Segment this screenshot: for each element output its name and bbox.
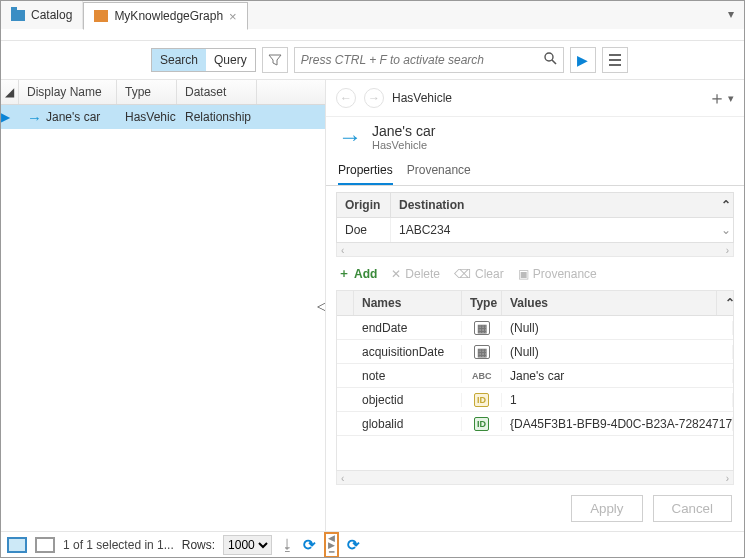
property-row[interactable]: globalidID{DA45F3B1-BFB9-4D0C-B23A-72824… <box>337 412 733 436</box>
property-value: (Null) <box>502 345 733 359</box>
property-toolbar: ＋Add ✕ Delete ⌫ Clear ▣ Provenance <box>326 257 744 290</box>
cell-type: HasVehicle <box>117 110 177 124</box>
collapse-icon[interactable]: ⌃ <box>713 193 733 217</box>
property-row[interactable]: objectidID1 <box>337 388 733 412</box>
clear-button[interactable]: ⌫ Clear <box>454 267 504 281</box>
search-box <box>294 47 564 73</box>
property-value: (Null) <box>502 321 733 335</box>
property-value: 1 <box>502 393 733 407</box>
type-badge-icon: ID <box>462 417 502 431</box>
minus-icon[interactable]: ━ <box>329 549 334 555</box>
knowledge-graph-icon <box>94 10 108 22</box>
view-mode-grid-icon[interactable] <box>7 537 27 553</box>
property-table: Names Type Values ⌃ endDate▦(Null)acquis… <box>336 290 734 470</box>
property-row[interactable]: noteABCJane's car <box>337 364 733 388</box>
col-origin[interactable]: Origin <box>337 193 391 217</box>
rows-select[interactable]: 1000 <box>223 535 272 555</box>
add-menu-button[interactable]: ＋ ▾ <box>708 86 734 110</box>
cell-display-name: Jane's car <box>46 110 100 124</box>
search-query-toggle: Search Query <box>151 48 256 72</box>
search-toolbar: Search Query ▶ <box>1 41 744 80</box>
selection-status: 1 of 1 selected in 1... <box>63 538 174 552</box>
col-values[interactable]: Values <box>502 291 717 315</box>
col-dataset[interactable]: Dataset <box>177 80 257 104</box>
origin-dest-row[interactable]: Doe 1ABC234 ⌄ <box>336 218 734 243</box>
type-badge-icon: ▦ <box>462 321 502 335</box>
property-value: {DA45F3B1-BFB9-4D0C-B23A-728247179F4F} <box>502 417 733 431</box>
query-mode-button[interactable]: Query <box>206 49 255 71</box>
property-value: Jane's car <box>502 369 733 383</box>
type-badge-icon: ID <box>462 393 502 407</box>
tab-kg-label: MyKnowledgeGraph <box>114 9 223 23</box>
property-name: endDate <box>354 321 462 335</box>
tab-properties[interactable]: Properties <box>338 157 393 185</box>
view-mode-list-icon[interactable] <box>35 537 55 553</box>
status-bar: 1 of 1 selected in 1... Rows: 1000 ⭳ ⟳ ◀… <box>1 531 744 557</box>
property-name: globalid <box>354 417 462 431</box>
expand-icon[interactable]: ⌄ <box>713 218 733 242</box>
property-name: acquisitionDate <box>354 345 462 359</box>
tab-bar: Catalog MyKnowledgeGraph × ▾ <box>1 1 744 29</box>
type-badge-icon: ▦ <box>462 345 502 359</box>
menu-button[interactable] <box>602 47 628 73</box>
details-pane: ← → HasVehicle ＋ ▾ → Jane's car HasVehic… <box>326 80 744 532</box>
apply-button[interactable]: Apply <box>571 495 642 522</box>
table-header: ◢ Display Name Type Dataset <box>1 80 325 105</box>
property-name: objectid <box>354 393 462 407</box>
col-names[interactable]: Names <box>354 291 462 315</box>
results-table: ◢ Display Name Type Dataset ▶ → Jane's c… <box>1 80 326 532</box>
origin-dest-header: Origin Destination ⌃ <box>336 192 734 218</box>
property-name: note <box>354 369 462 383</box>
download-icon[interactable]: ⭳ <box>280 536 295 553</box>
horizontal-scrollbar[interactable] <box>336 243 734 257</box>
collapse-icon[interactable]: ⌃ <box>717 291 733 315</box>
horizontal-scrollbar[interactable] <box>336 471 734 485</box>
col-type[interactable]: Type <box>117 80 177 104</box>
row-selected-indicator: ▶ <box>1 110 19 124</box>
filter-icon[interactable] <box>262 47 288 73</box>
cancel-button[interactable]: Cancel <box>653 495 733 522</box>
destination-value: 1ABC234 <box>391 218 713 242</box>
refresh-icon[interactable]: ⟳ <box>303 536 316 554</box>
breadcrumb: HasVehicle <box>392 91 452 105</box>
refresh-icon[interactable]: ⟳ <box>347 536 738 554</box>
tab-catalog[interactable]: Catalog <box>1 1 83 29</box>
search-input[interactable] <box>295 53 538 67</box>
run-button[interactable]: ▶ <box>570 47 596 73</box>
splitter-handle[interactable]: ◁▷ <box>317 299 326 313</box>
relationship-arrow-icon: → <box>338 123 362 151</box>
tab-catalog-label: Catalog <box>31 8 72 22</box>
relationship-arrow-icon: → <box>27 109 42 126</box>
svg-line-1 <box>552 60 556 64</box>
svg-point-0 <box>545 53 553 61</box>
type-badge-icon: ABC <box>462 369 502 382</box>
nav-back-button[interactable]: ← <box>336 88 356 108</box>
detail-subtitle: HasVehicle <box>372 139 435 151</box>
col-type[interactable]: Type <box>462 291 502 315</box>
delete-button[interactable]: ✕ Delete <box>391 267 440 281</box>
row-handle-header[interactable]: ◢ <box>1 80 19 104</box>
col-display-name[interactable]: Display Name <box>19 80 117 104</box>
close-icon[interactable]: × <box>229 9 237 24</box>
tab-overflow-button[interactable]: ▾ <box>718 1 744 29</box>
detail-title: Jane's car <box>372 123 435 139</box>
col-destination[interactable]: Destination <box>391 193 713 217</box>
provenance-button[interactable]: ▣ Provenance <box>518 267 597 281</box>
property-row[interactable]: endDate▦(Null) <box>337 316 733 340</box>
folder-icon <box>11 10 25 21</box>
search-mode-button[interactable]: Search <box>152 49 206 71</box>
search-icon[interactable] <box>538 52 563 68</box>
tab-provenance[interactable]: Provenance <box>407 157 471 185</box>
rows-label: Rows: <box>182 538 215 552</box>
vertical-nav-control[interactable]: ◀ ▶ ━ <box>324 532 339 558</box>
tab-myknowledgegraph[interactable]: MyKnowledgeGraph × <box>83 2 247 30</box>
origin-value: Doe <box>337 218 391 242</box>
table-row[interactable]: ▶ → Jane's car HasVehicle Relationship <box>1 105 325 129</box>
nav-forward-button[interactable]: → <box>364 88 384 108</box>
cell-dataset: Relationship <box>177 110 257 124</box>
property-row[interactable]: acquisitionDate▦(Null) <box>337 340 733 364</box>
add-button[interactable]: ＋Add <box>338 265 377 282</box>
